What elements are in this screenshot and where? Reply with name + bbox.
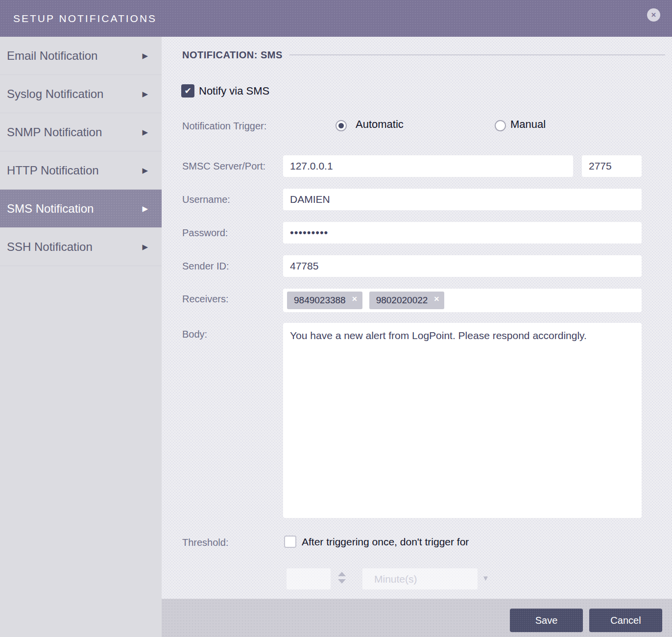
threshold-row: After triggering once, don't trigger for [284,536,469,548]
chevron-right-icon: ▶ [142,243,148,251]
check-icon: ✔ [184,86,191,96]
password-label: Password: [182,227,228,239]
trigger-automatic-radio[interactable] [336,120,347,131]
receivers-label: Receivers: [182,294,228,305]
smsc-server-input[interactable] [283,155,573,177]
password-input[interactable] [283,222,642,244]
trigger-automatic-label: Automatic [356,118,404,131]
chevron-right-icon: ▶ [142,166,148,175]
trigger-manual-radio[interactable] [495,120,506,131]
sidebar-item-label: SMS Notification [7,202,142,216]
stepper-up-icon [338,572,346,576]
remove-tag-icon[interactable]: ✕ [434,292,440,306]
username-label: Username: [182,194,230,205]
setup-notifications-dialog: SETUP NOTIFICATIONS ✕ Email Notification… [0,0,672,637]
dialog-title: SETUP NOTIFICATIONS [0,13,157,24]
save-button[interactable]: Save [510,609,583,632]
chevron-down-icon: ▼ [482,574,489,582]
body-label: Body: [182,329,207,340]
threshold-checkbox[interactable] [284,536,296,548]
sidebar-item-label: SNMP Notification [7,125,142,139]
sidebar-item-label: Email Notification [7,49,142,63]
chevron-right-icon: ▶ [142,204,148,213]
body-textarea[interactable]: You have a new alert from LogPoint. Plea… [283,323,642,518]
threshold-unit-select [362,568,478,589]
threshold-interval-input [287,568,331,589]
receivers-input[interactable]: 9849023388 ✕ 9802020022 ✕ [283,289,642,312]
notification-types-sidebar: Email Notification ▶ Syslog Notification… [0,37,162,637]
receiver-tag-value: 9849023388 [294,295,346,305]
username-input[interactable] [283,189,642,210]
close-button[interactable]: ✕ [647,8,660,22]
sidebar-item-http-notification[interactable]: HTTP Notification ▶ [0,151,162,190]
sidebar-item-label: HTTP Notification [7,164,142,177]
trigger-manual-label: Manual [510,118,546,131]
smsc-server-port-label: SMSC Server/Port: [182,161,265,172]
sidebar-item-sms-notification[interactable]: SMS Notification ▶ [0,190,162,228]
sidebar-item-label: Syslog Notification [7,87,142,101]
receiver-tag-value: 9802020022 [376,295,428,305]
sender-id-input[interactable] [283,255,642,277]
sidebar-item-email-notification[interactable]: Email Notification ▶ [0,37,162,75]
notification-trigger-label: Notification Trigger: [182,121,266,132]
receiver-tag: 9802020022 ✕ [369,292,445,309]
smsc-port-input[interactable] [582,155,642,177]
notify-via-sms-label: Notify via SMS [199,85,269,98]
chevron-right-icon: ▶ [142,90,148,98]
interval-stepper [338,572,346,584]
cancel-button[interactable]: Cancel [589,609,662,632]
sms-notification-form: NOTIFICATION: SMS ✔ Notify via SMS Notif… [162,37,672,599]
stepper-down-icon [338,579,346,584]
sidebar-item-ssh-notification[interactable]: SSH Notification ▶ [0,228,162,266]
dialog-footer: Save Cancel [162,599,672,637]
threshold-checkbox-label: After triggering once, don't trigger for [302,536,469,548]
section-divider [289,54,665,55]
section-title: NOTIFICATION: SMS [182,49,283,61]
dialog-header: SETUP NOTIFICATIONS ✕ [0,0,672,37]
sidebar-item-syslog-notification[interactable]: Syslog Notification ▶ [0,75,162,113]
threshold-label: Threshold: [182,537,229,548]
chevron-right-icon: ▶ [142,128,148,137]
notify-via-sms-checkbox[interactable]: ✔ [181,84,194,98]
sidebar-item-label: SSH Notification [7,240,142,254]
notify-via-sms-row: ✔ Notify via SMS [181,84,269,98]
remove-tag-icon[interactable]: ✕ [352,292,358,306]
sender-id-label: Sender ID: [182,261,229,272]
section-header: NOTIFICATION: SMS [182,48,665,62]
receiver-tag: 9849023388 ✕ [287,292,362,309]
close-icon: ✕ [651,11,656,19]
chevron-right-icon: ▶ [142,51,148,60]
sidebar-item-snmp-notification[interactable]: SNMP Notification ▶ [0,113,162,151]
